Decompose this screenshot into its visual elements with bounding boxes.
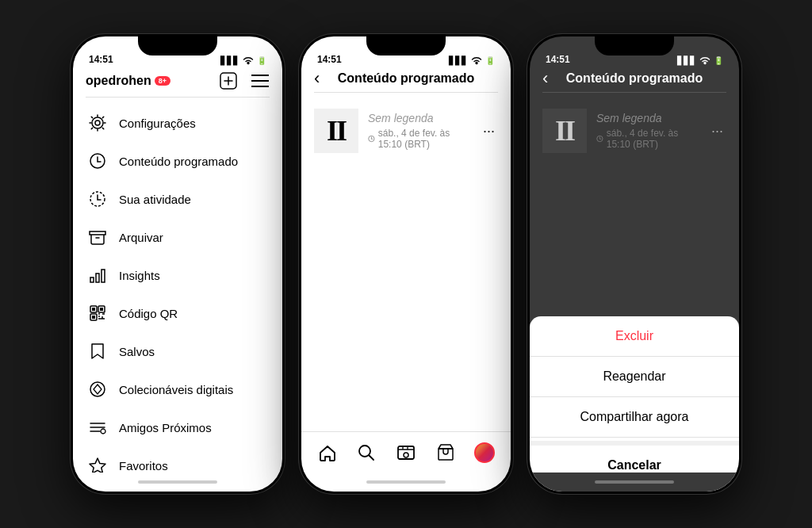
star-icon [89,457,106,473]
phone-2-screen: 14:51 ▋▋▋ 🔋 ‹ Conteúdo programado [301,36,511,492]
phone-3: 14:51 ▋▋▋ 🔋 ‹ Conteúdo programado [527,34,741,494]
settings-icon [89,114,106,132]
share-now-button[interactable]: Compartilhar agora [530,397,739,438]
menu-item-salvos[interactable]: Salvos [73,332,282,370]
nav-divider-3 [542,92,726,93]
svg-rect-12 [102,270,105,282]
shop-tab[interactable] [430,437,462,469]
svg-marker-30 [90,458,105,473]
post-item-3: II Sem legenda sáb., 4 de fev. às 15:10 … [530,102,739,159]
post-info-2: Sem legenda sáb., 4 de fev. às 15:10 (BR… [368,112,470,150]
post-thumbnail-2: II [314,109,358,153]
svg-line-36 [370,455,374,460]
home-tab[interactable] [312,437,343,469]
svg-point-29 [101,429,105,434]
bottom-nav-2 [301,431,511,473]
post-caption-3: Sem legenda [596,112,699,124]
phone-1: 14:51 ▋▋▋ 🔋 opedrohen 8+ [71,34,285,494]
menu-item-qr[interactable]: Código QR [73,294,282,332]
notch-3 [595,36,674,55]
status-icons-1: ▋▋▋ 🔋 [220,56,266,65]
svg-point-41 [404,453,408,457]
header-icons [219,71,270,90]
status-time-2: 14:51 [317,54,342,65]
svg-rect-18 [92,316,95,319]
atividade-label: Sua atividade [119,193,191,206]
battery-icon: 🔋 [257,56,266,65]
signal-icon-3: ▋▋▋ [677,56,696,65]
menu-item-configuracoes[interactable]: Configurações [73,104,282,142]
content-area-2: II Sem legenda sáb., 4 de fev. às 15:10 … [301,96,511,431]
menu-item-colecioanaveis[interactable]: Colecionáveis digitais [73,370,282,408]
roman-numeral-3: II [555,114,574,147]
wifi-icon-3 [699,56,710,65]
search-tab[interactable] [350,437,382,469]
activity-icon [89,190,106,208]
status-time-3: 14:51 [546,54,570,65]
salvos-label: Salvos [119,345,155,358]
battery-icon-3: 🔋 [714,56,723,65]
more-button-3[interactable]: ··· [708,120,726,143]
status-time-1: 14:51 [89,54,113,65]
calendar-icon [89,152,106,170]
status-icons-3: ▋▋▋ 🔋 [677,56,723,65]
avatar-2 [474,442,495,463]
menu-item-arquivar[interactable]: Arquivar [73,218,282,256]
diamond-icon [89,381,106,398]
wifi-icon [243,56,254,65]
home-indicator-2 [301,473,511,492]
amigos-label: Amigos Próximos [119,421,212,434]
svg-rect-10 [90,277,94,282]
add-button[interactable] [219,71,238,90]
post-time-text-2: sáb., 4 de fev. às 15:10 (BRT) [378,128,470,150]
phones-container: 14:51 ▋▋▋ 🔋 opedrohen 8+ [55,18,757,510]
home-indicator-3 [530,473,739,492]
menu-item-amigos[interactable]: Amigos Próximos [73,408,282,446]
menu-item-insights[interactable]: Insights [73,256,282,294]
home-indicator-1 [73,473,282,492]
more-button-2[interactable]: ··· [480,120,498,143]
phone-1-screen: 14:51 ▋▋▋ 🔋 opedrohen 8+ [73,36,282,492]
post-time-2: sáb., 4 de fev. às 15:10 (BRT) [368,128,470,150]
svg-rect-16 [100,308,103,311]
back-button-3[interactable]: ‹ [542,68,548,89]
wifi-icon-2 [471,56,482,65]
username-badge: opedrohen 8+ [86,74,170,88]
post-info-3: Sem legenda sáb., 4 de fev. às 15:10 (BR… [596,112,699,150]
action-sheet: Excluir Reagendar Compartilhar agora Can… [530,316,739,492]
insights-icon [89,266,106,284]
status-icons-2: ▋▋▋ 🔋 [449,56,495,65]
roman-numeral-2: II [327,114,346,147]
phone-2: 14:51 ▋▋▋ 🔋 ‹ Conteúdo programado [299,34,513,494]
qr-icon [89,304,106,322]
svg-point-6 [95,121,100,125]
menu-list: Configurações Conteúdo programado Sua at… [73,101,282,473]
post-time-3: sáb., 4 de fev. às 15:10 (BRT) [596,128,699,150]
reels-tab[interactable] [390,437,422,469]
menu-item-atividade[interactable]: Sua atividade [73,180,282,218]
menu-item-favoritos[interactable]: Favoritos [73,446,282,473]
notification-badge: 8+ [155,76,170,86]
reschedule-button[interactable]: Reagendar [530,357,739,397]
hamburger-button[interactable] [251,71,270,90]
post-thumbnail-3: II [542,109,587,153]
signal-icon: ▋▋▋ [220,56,239,65]
profile-tab[interactable] [469,437,500,469]
menu-header: opedrohen 8+ [73,68,282,97]
notch-2 [366,36,446,55]
favoritos-label: Favoritos [119,459,168,473]
username-text: opedrohen [86,74,151,88]
nav-title-2: Conteúdo programado [338,71,474,86]
svg-rect-14 [92,308,95,311]
bookmark-icon [89,342,106,360]
menu-item-conteudo[interactable]: Conteúdo programado [73,142,282,180]
nav-divider-2 [314,92,498,93]
back-button-2[interactable]: ‹ [314,68,320,89]
archive-icon [89,228,106,246]
phone-3-screen: 14:51 ▋▋▋ 🔋 ‹ Conteúdo programado [530,36,739,492]
svg-marker-25 [94,385,102,394]
header-divider [86,97,270,98]
post-item-2: II Sem legenda sáb., 4 de fev. às 15:10 … [301,102,511,159]
delete-button[interactable]: Excluir [530,316,739,357]
colecioanaveis-label: Colecionáveis digitais [119,383,233,396]
